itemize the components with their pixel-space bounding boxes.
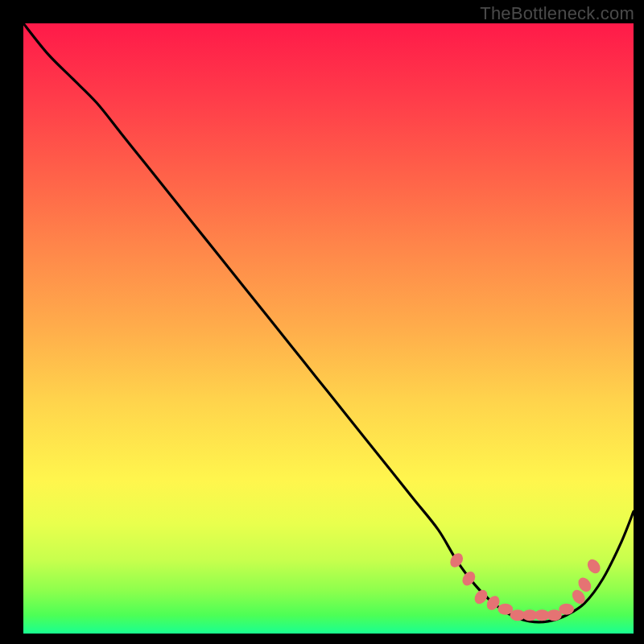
marker-dot	[448, 551, 465, 570]
chart-svg	[23, 23, 634, 634]
curve-layer	[23, 23, 634, 622]
marker-dot	[559, 604, 574, 615]
plot-area	[23, 23, 634, 634]
marker-dot	[585, 557, 603, 576]
bottleneck-curve	[23, 23, 634, 622]
chart-frame: TheBottleneck.com	[0, 0, 644, 644]
watermark-text: TheBottleneck.com	[480, 3, 634, 24]
marker-layer	[448, 551, 603, 621]
